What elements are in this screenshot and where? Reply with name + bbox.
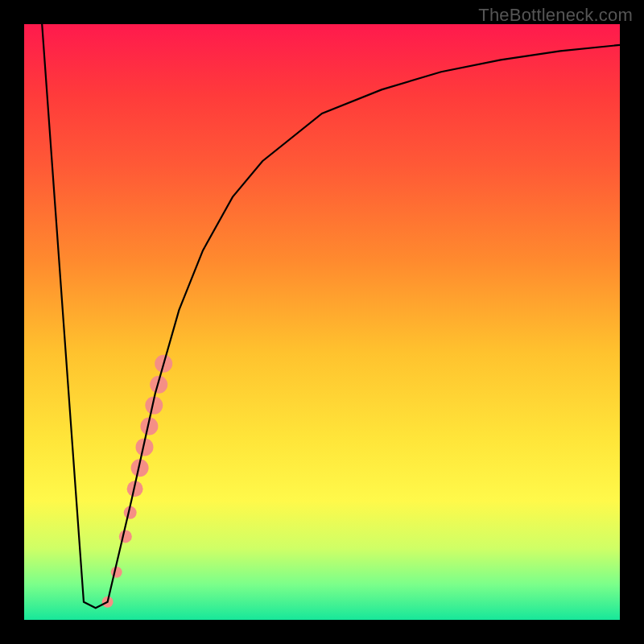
marker-dot	[111, 567, 122, 578]
marker-group	[102, 355, 173, 608]
marker-dot	[119, 530, 132, 543]
main-curve	[42, 24, 620, 608]
chart-svg	[24, 24, 620, 620]
watermark-text: TheBottleneck.com	[478, 5, 633, 26]
plot-area	[24, 24, 620, 620]
chart-frame: TheBottleneck.com	[0, 0, 644, 644]
